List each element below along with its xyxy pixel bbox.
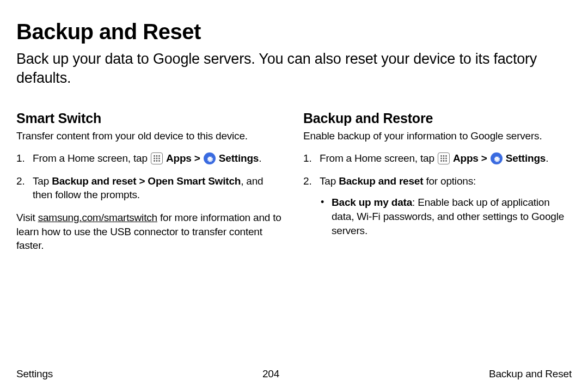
- step-end: .: [546, 152, 548, 164]
- left-column: Smart Switch Transfer content from your …: [16, 111, 285, 253]
- svg-point-3: [154, 158, 155, 160]
- step-text: Tap: [33, 175, 52, 187]
- backup-restore-steps: From a Home screen, tap Apps > Settings.…: [303, 151, 572, 237]
- svg-point-13: [443, 158, 444, 160]
- svg-point-17: [445, 160, 447, 162]
- step-item: From a Home screen, tap Apps > Settings.: [303, 151, 572, 166]
- page-intro: Back up your data to Google servers. You…: [16, 50, 572, 88]
- settings-gear-icon: [204, 152, 216, 164]
- step-bold: Backup and reset > Open Smart Switch: [52, 175, 241, 187]
- smartswitch-link[interactable]: samsung.com/smartswitch: [38, 212, 157, 223]
- breadcrumb-separator: >: [192, 152, 203, 164]
- apps-grid-icon: [438, 152, 450, 164]
- step-item: Tap Backup and reset > Open Smart Switch…: [16, 174, 285, 202]
- breadcrumb-separator: >: [479, 152, 490, 164]
- svg-point-12: [440, 158, 442, 160]
- step-item: Tap Backup and reset for options: Back u…: [303, 174, 572, 238]
- step-text: From a Home screen, tap: [320, 152, 437, 164]
- svg-point-0: [154, 155, 155, 157]
- step-bold: Backup and reset: [339, 175, 423, 187]
- svg-point-14: [445, 158, 447, 160]
- smart-switch-heading: Smart Switch: [16, 111, 285, 126]
- svg-point-8: [158, 160, 160, 162]
- step-text: From a Home screen, tap: [33, 152, 150, 164]
- note-text: Visit: [16, 212, 38, 223]
- footer-left: Settings: [16, 368, 53, 380]
- smart-switch-note: Visit samsung.com/smartswitch for more i…: [16, 211, 285, 253]
- apps-label: Apps: [453, 152, 479, 164]
- apps-label: Apps: [166, 152, 192, 164]
- svg-point-15: [440, 160, 442, 162]
- footer-page-number: 204: [262, 368, 279, 380]
- step-text: Tap: [320, 175, 339, 187]
- smart-switch-desc: Transfer content from your old device to…: [16, 130, 285, 143]
- backup-restore-heading: Backup and Restore: [303, 111, 572, 126]
- step-text: for options:: [423, 175, 476, 187]
- svg-point-4: [156, 158, 157, 160]
- svg-point-11: [445, 155, 447, 157]
- settings-label: Settings: [506, 152, 546, 164]
- backup-restore-desc: Enable backup of your information to Goo…: [303, 130, 572, 143]
- right-column: Backup and Restore Enable backup of your…: [303, 111, 572, 253]
- svg-point-1: [156, 155, 157, 157]
- page-footer: Settings 204 Backup and Reset: [16, 368, 572, 380]
- svg-point-5: [158, 158, 160, 160]
- smart-switch-steps: From a Home screen, tap Apps > Settings.…: [16, 151, 285, 202]
- content-columns: Smart Switch Transfer content from your …: [16, 111, 572, 253]
- svg-point-16: [443, 160, 444, 162]
- apps-grid-icon: [151, 152, 163, 164]
- step-item: From a Home screen, tap Apps > Settings.: [16, 151, 285, 166]
- settings-gear-icon: [491, 152, 503, 164]
- footer-right: Backup and Reset: [489, 368, 572, 380]
- svg-point-10: [443, 155, 444, 157]
- svg-point-9: [440, 155, 442, 157]
- list-item: Back up my data: Enable back up of appli…: [320, 195, 572, 237]
- svg-point-6: [154, 160, 155, 162]
- svg-point-7: [156, 160, 157, 162]
- svg-point-2: [158, 155, 160, 157]
- page-title: Backup and Reset: [16, 20, 572, 44]
- step-end: .: [259, 152, 261, 164]
- options-list: Back up my data: Enable back up of appli…: [320, 195, 572, 237]
- option-name: Back up my data: [332, 197, 412, 208]
- settings-label: Settings: [219, 152, 259, 164]
